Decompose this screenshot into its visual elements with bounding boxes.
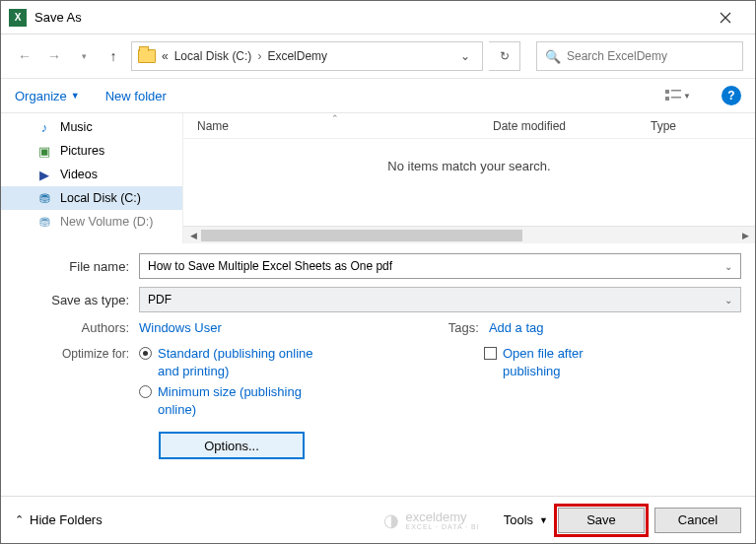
music-icon: ♪ — [36, 119, 52, 135]
caret-down-icon: ▼ — [539, 515, 548, 525]
sidebar-item-new-volume-d[interactable]: ⛃ New Volume (D:) — [1, 210, 182, 234]
search-placeholder: Search ExcelDemy — [567, 49, 667, 63]
crumb-separator: › — [257, 49, 261, 63]
crumb-prefix: « — [162, 49, 169, 63]
sidebar-item-pictures[interactable]: ▣ Pictures — [1, 139, 182, 163]
footer: ⌃ Hide Folders ◑ exceldemy EXCEL · DATA … — [1, 496, 755, 543]
svg-rect-0 — [665, 90, 669, 94]
window-title: Save As — [34, 10, 82, 25]
toolbar: Organize ▼ New folder ▼ ? — [1, 78, 755, 113]
sidebar-item-videos[interactable]: ▶ Videos — [1, 163, 182, 186]
authors-label: Authors: — [15, 320, 139, 335]
savetype-select[interactable]: PDF ⌄ — [139, 287, 741, 312]
crumb-local-disk[interactable]: Local Disk (C:) — [174, 49, 252, 63]
search-input[interactable]: 🔍 Search ExcelDemy — [536, 41, 743, 71]
filename-dropdown-icon[interactable]: ⌄ — [724, 261, 732, 272]
column-date[interactable]: Date modified — [479, 119, 637, 133]
cancel-button[interactable]: Cancel — [654, 508, 741, 533]
filename-label: File name: — [15, 259, 139, 274]
pictures-icon: ▣ — [36, 143, 52, 159]
address-bar[interactable]: « Local Disk (C:) › ExcelDemy ⌄ — [131, 41, 483, 71]
watermark: ◑ exceldemy EXCEL · DATA · BI — [383, 510, 479, 531]
sidebar-item-music[interactable]: ♪ Music — [1, 115, 182, 139]
hide-folders-button[interactable]: ⌃ Hide Folders — [15, 512, 103, 527]
save-button[interactable]: Save — [558, 508, 645, 533]
sort-indicator-icon: ⌃ — [331, 113, 339, 123]
radio-standard[interactable]: Standard (publishing online and printing… — [139, 345, 425, 379]
checkbox-open-after[interactable]: Open file after publishing — [484, 345, 621, 379]
sidebar-item-local-disk-c[interactable]: ⛃ Local Disk (C:) — [1, 186, 182, 210]
up-button[interactable]: ↑ — [102, 44, 125, 68]
disk-icon: ⛃ — [36, 214, 52, 230]
back-button[interactable]: ← — [13, 44, 36, 68]
new-folder-button[interactable]: New folder — [105, 89, 167, 103]
videos-icon: ▶ — [36, 167, 52, 182]
sidebar: ♪ Music ▣ Pictures ▶ Videos ⛃ Local Disk… — [1, 113, 182, 243]
help-button[interactable]: ? — [722, 86, 741, 105]
savetype-label: Save as type: — [15, 293, 139, 307]
disk-icon: ⛃ — [36, 190, 52, 206]
form: File name: How to Save Multiple Excel Sh… — [1, 243, 755, 465]
folder-icon — [138, 49, 156, 63]
recent-dropdown[interactable]: ▾ — [72, 44, 96, 68]
filename-input[interactable]: How to Save Multiple Excel Sheets as One… — [139, 253, 741, 279]
excel-icon: X — [9, 9, 27, 27]
refresh-button[interactable]: ↻ — [489, 41, 520, 71]
search-icon: 🔍 — [545, 49, 561, 64]
svg-rect-2 — [665, 97, 669, 101]
scroll-thumb[interactable] — [201, 230, 522, 241]
body-split: ♪ Music ▣ Pictures ▶ Videos ⛃ Local Disk… — [1, 113, 755, 243]
scroll-right-icon[interactable]: ▶ — [737, 229, 753, 242]
caret-down-icon: ▼ — [71, 91, 80, 101]
tags-value[interactable]: Add a tag — [489, 320, 544, 335]
svg-rect-3 — [671, 97, 681, 99]
savetype-dropdown-icon[interactable]: ⌄ — [724, 295, 732, 306]
svg-rect-1 — [671, 90, 681, 92]
forward-button: → — [42, 44, 66, 68]
close-button[interactable] — [704, 3, 747, 33]
scroll-left-icon[interactable]: ◀ — [185, 229, 201, 242]
options-button[interactable]: Options... — [159, 432, 305, 459]
authors-value[interactable]: Windows User — [139, 320, 222, 335]
crumb-exceldemy[interactable]: ExcelDemy — [267, 49, 327, 63]
column-type[interactable]: Type — [637, 119, 755, 133]
titlebar: X Save As — [1, 1, 755, 34]
save-as-dialog: X Save As ← → ▾ ↑ « Local Disk (C:) › Ex… — [0, 0, 756, 544]
watermark-icon: ◑ — [383, 510, 399, 531]
checkbox-icon — [484, 347, 497, 360]
column-headers: Name ⌃ Date modified Type — [183, 113, 755, 139]
chevron-up-icon: ⌃ — [15, 513, 24, 526]
tags-label: Tags: — [448, 320, 489, 335]
radio-minimum[interactable]: Minimum size (publishing online) — [139, 383, 425, 418]
address-dropdown[interactable]: ⌄ — [454, 49, 476, 63]
horizontal-scrollbar[interactable]: ◀ ▶ — [183, 226, 755, 243]
optimize-label: Optimize for: — [15, 345, 139, 459]
navbar: ← → ▾ ↑ « Local Disk (C:) › ExcelDemy ⌄ … — [1, 34, 755, 78]
radio-icon — [139, 385, 152, 398]
tools-button[interactable]: Tools ▼ — [504, 512, 548, 527]
organize-button[interactable]: Organize ▼ — [15, 89, 80, 103]
empty-message: No items match your search. — [183, 139, 755, 226]
file-list: Name ⌃ Date modified Type No items match… — [182, 113, 755, 243]
radio-icon — [139, 347, 152, 360]
view-mode-button[interactable]: ▼ — [660, 84, 696, 107]
